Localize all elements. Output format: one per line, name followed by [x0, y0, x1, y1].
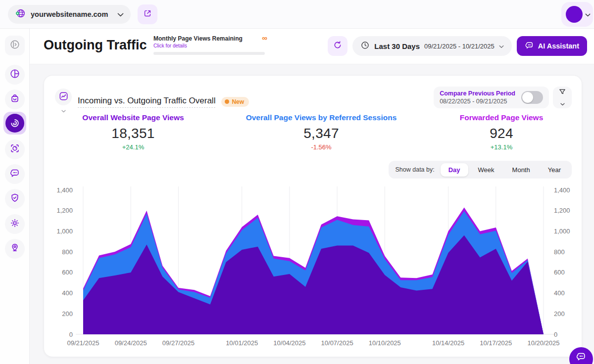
- shopping-bag-icon: [9, 93, 20, 106]
- svg-text:200: 200: [554, 310, 565, 318]
- svg-text:1,000: 1,000: [56, 228, 73, 235]
- svg-text:0: 0: [69, 331, 73, 338]
- svg-text:10/17/2025: 10/17/2025: [480, 339, 512, 347]
- sidebar-item-security[interactable]: [5, 189, 25, 209]
- chevron-down-icon: [560, 99, 565, 108]
- granularity-year[interactable]: Year: [540, 163, 569, 177]
- date-range-picker[interactable]: Last 30 Days 09/21/2025 - 10/21/2025: [352, 36, 511, 56]
- avatar: [566, 6, 583, 23]
- compare-label: Compare Previous Period: [440, 90, 515, 97]
- stat-delta: -1.56%: [222, 143, 420, 151]
- support-chat-fab[interactable]: [569, 347, 593, 364]
- click-for-details-link[interactable]: Click for details: [153, 43, 243, 48]
- date-range-value: 09/21/2025 - 10/21/2025: [424, 43, 495, 50]
- website-selector[interactable]: yourwebsitename.com: [8, 5, 131, 24]
- granularity-week[interactable]: Week: [470, 163, 502, 177]
- chevron-down-icon: [117, 10, 124, 19]
- traffic-chart-svg: 002002004004006006008008001,0001,0001,20…: [44, 183, 583, 352]
- svg-text:1,000: 1,000: [554, 228, 570, 235]
- svg-text:09/21/2025: 09/21/2025: [67, 339, 99, 347]
- sidebar-item-scan[interactable]: [5, 139, 25, 159]
- sidebar-item-messages[interactable]: [5, 164, 25, 184]
- sidebar-item-settings[interactable]: [5, 214, 25, 234]
- svg-text:09/24/2025: 09/24/2025: [115, 339, 147, 347]
- stat-value: 924: [420, 126, 583, 141]
- globe-icon: [15, 8, 26, 21]
- ai-assistant-button[interactable]: AI Assistant: [517, 36, 587, 56]
- page-title: Outgoing Traffic: [44, 38, 147, 53]
- chat-bubble-icon: [9, 168, 20, 181]
- compare-toggle[interactable]: [521, 91, 543, 104]
- monthly-views-label: Monthly Page Views Remaining: [153, 35, 243, 42]
- traffic-swirl-icon: [5, 114, 24, 133]
- stat-overall-page-views: Overall Website Page Views 18,351 +24.1%: [44, 113, 222, 151]
- sidebar-item-locations[interactable]: [5, 239, 25, 259]
- svg-text:200: 200: [62, 310, 73, 318]
- stat-value: 5,347: [222, 126, 420, 141]
- clock-icon: [360, 41, 370, 52]
- refresh-button[interactable]: [328, 36, 347, 56]
- compare-previous-period: Compare Previous Period 08/22/2025 - 09/…: [434, 87, 549, 108]
- top-bar: yourwebsitename.com: [0, 0, 594, 29]
- stat-forwarded-page-views: Forwarded Page Views 924 +13.1%: [420, 113, 583, 151]
- account-menu[interactable]: [561, 2, 593, 27]
- svg-text:600: 600: [62, 269, 73, 276]
- svg-text:0: 0: [554, 331, 557, 338]
- page-header: Outgoing Traffic Monthly Page Views Rema…: [30, 29, 594, 64]
- svg-text:400: 400: [554, 289, 565, 297]
- stat-value: 18,351: [44, 126, 222, 141]
- date-preset-label: Last 30 Days: [374, 42, 420, 50]
- chat-bubble-icon: [576, 351, 587, 364]
- filter-button[interactable]: [553, 87, 572, 108]
- svg-text:10/20/2025: 10/20/2025: [527, 339, 559, 347]
- stat-delta: +13.1%: [420, 143, 583, 151]
- gear-icon: [9, 218, 20, 230]
- svg-text:1,200: 1,200: [554, 207, 570, 214]
- stat-label[interactable]: Overall Page Views by Referred Sessions: [222, 113, 420, 122]
- show-data-by-control: Show data by: Day Week Month Year: [389, 161, 572, 179]
- svg-text:09/27/2025: 09/27/2025: [162, 339, 195, 347]
- monthly-views-progress-bar: [153, 52, 265, 55]
- svg-text:10/14/2025: 10/14/2025: [432, 339, 464, 347]
- stats-row: Overall Website Page Views 18,351 +24.1%…: [44, 113, 583, 151]
- monthly-page-views-widget[interactable]: Monthly Page Views Remaining Click for d…: [153, 35, 267, 55]
- funnel-icon: [558, 88, 567, 98]
- shield-check-icon: [9, 192, 20, 205]
- ai-assistant-label: AI Assistant: [538, 42, 579, 50]
- granularity-month[interactable]: Month: [504, 163, 538, 177]
- svg-text:1,400: 1,400: [554, 186, 570, 194]
- svg-text:10/07/2025: 10/07/2025: [321, 339, 353, 347]
- location-pin-icon: [9, 242, 20, 255]
- svg-text:800: 800: [62, 248, 73, 256]
- svg-text:10/10/2025: 10/10/2025: [369, 339, 401, 347]
- chat-bubble-icon: [525, 41, 534, 51]
- new-badge: New: [221, 97, 249, 107]
- stat-label[interactable]: Overall Website Page Views: [44, 113, 222, 122]
- granularity-day[interactable]: Day: [441, 163, 468, 177]
- show-data-by-label: Show data by:: [396, 166, 435, 173]
- svg-text:10/01/2025: 10/01/2025: [226, 339, 258, 347]
- svg-text:800: 800: [554, 248, 565, 256]
- svg-text:1,400: 1,400: [56, 186, 73, 194]
- pie-chart-icon: [9, 68, 20, 81]
- orange-dot-icon: [225, 99, 229, 104]
- sidebar-item-collapse[interactable]: [5, 36, 25, 55]
- focus-scan-icon: [9, 143, 20, 156]
- chevron-down-icon: [499, 42, 504, 50]
- svg-text:1,200: 1,200: [56, 207, 73, 214]
- arrow-right-circle-icon: [9, 39, 20, 52]
- chart-type-selector[interactable]: [55, 89, 72, 115]
- sidebar-item-dashboard[interactable]: [5, 65, 25, 85]
- traffic-chart[interactable]: 002002004004006006008008001,0001,0001,20…: [44, 183, 583, 352]
- open-website-button[interactable]: [138, 4, 157, 24]
- external-link-icon: [143, 8, 152, 20]
- stat-label[interactable]: Forwarded Page Views: [420, 113, 583, 122]
- stat-referred-sessions: Overall Page Views by Referred Sessions …: [222, 113, 420, 151]
- svg-text:400: 400: [62, 289, 73, 297]
- sidebar-item-store[interactable]: [5, 90, 25, 109]
- infinity-icon: ∞: [262, 35, 267, 41]
- sidebar-item-outgoing-traffic-active[interactable]: [3, 112, 26, 135]
- svg-text:600: 600: [554, 269, 565, 276]
- chevron-down-icon: [585, 10, 591, 19]
- card-title: Incoming vs. Outgoing Traffic Overall: [78, 96, 215, 108]
